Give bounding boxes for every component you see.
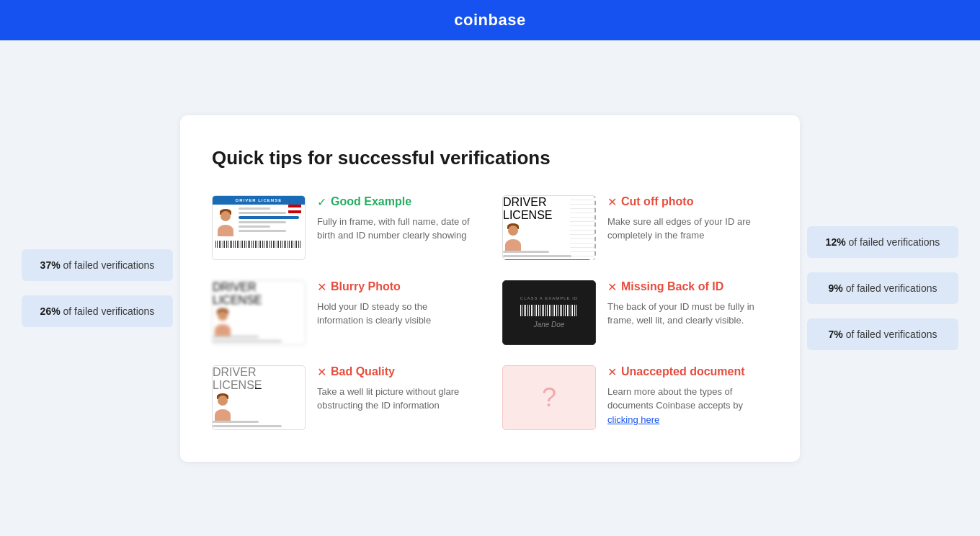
left-stat-1-label: of failed verifications	[63, 259, 155, 271]
right-stat-3-label: of failed verifications	[846, 329, 937, 340]
tip-title-text-back: Missing Back of ID	[621, 280, 723, 293]
coinbase-logo: coinbase	[454, 11, 525, 30]
x-icon-bad: ✕	[317, 365, 326, 379]
tip-desc-cutoff: Make sure all edges of your ID are compl…	[607, 215, 764, 243]
right-stat-2: 9% of failed verifications	[807, 272, 958, 304]
main-card: Quick tips for successful verifications …	[180, 115, 800, 462]
tip-title-text-bad: Bad Quality	[331, 365, 395, 378]
right-stat-2-percent: 9%	[829, 282, 843, 294]
right-stats: 12% of failed verifications 9% of failed…	[807, 226, 958, 350]
tip-content-back: ✕ Missing Back of ID The back of your ID…	[607, 280, 764, 328]
tip-bad-quality: DRIVER LICENSE	[212, 365, 473, 430]
tip-content-good: ✓ Good Example Fully in frame, with full…	[317, 195, 473, 243]
right-stat-1: 12% of failed verifications	[807, 226, 958, 258]
question-mark-icon: ?	[542, 383, 556, 413]
id-mockup-back: Class A Example ID Jane Doe	[502, 280, 596, 345]
tip-title-cutoff: ✕ Cut off photo	[607, 195, 764, 209]
tip-missing-back: Class A Example ID Jane Doe ✕ Missing Ba…	[502, 280, 764, 345]
left-stat-1: 37% of failed verifications	[22, 249, 173, 281]
tip-content-cutoff: ✕ Cut off photo Make sure all edges of y…	[607, 195, 764, 243]
id-mockup-unknown: ?	[502, 365, 596, 430]
id-mockup-cutoff: DRIVER LICENSE	[502, 195, 596, 260]
right-stat-1-label: of failed verifications	[849, 236, 940, 248]
id-mockup-good: DRIVER LICENSE	[212, 195, 306, 260]
tip-good-example: DRIVER LICENSE	[212, 195, 473, 260]
avatar-head-2	[508, 225, 518, 236]
tip-title-text-unaccepted: Unaccepted document	[621, 365, 745, 378]
left-stats: 37% of failed verifications 26% of faile…	[22, 249, 173, 327]
back-signature: Jane Doe	[534, 321, 565, 329]
right-stat-3-percent: 7%	[829, 329, 843, 340]
id-flag	[288, 205, 301, 213]
tip-cutoff: DRIVER LICENSE	[502, 195, 764, 260]
tip-title-text-blurry: Blurry Photo	[331, 280, 401, 293]
tip-title-good: ✓ Good Example	[317, 195, 473, 209]
tip-title-text-good: Good Example	[331, 195, 411, 208]
checkmark-icon: ✓	[317, 195, 326, 209]
tip-desc-back: The back of your ID must be fully in fra…	[607, 300, 764, 328]
header: coinbase	[0, 0, 980, 40]
tip-title-text-cutoff: Cut off photo	[621, 195, 693, 208]
x-icon-unaccepted: ✕	[607, 365, 617, 379]
back-barcode	[520, 305, 578, 316]
tip-unaccepted: ? ✕ Unaccepted document Learn more about…	[502, 365, 764, 430]
left-stat-2-percent: 26%	[40, 305, 61, 317]
page-body: 37% of failed verifications 26% of faile…	[0, 40, 980, 536]
tip-desc-unaccepted: Learn more about the types of documents …	[607, 385, 764, 427]
right-stat-3: 7% of failed verifications	[807, 318, 958, 350]
right-stat-2-label: of failed verifications	[846, 282, 937, 294]
back-label: Class A Example ID	[520, 296, 578, 300]
tip-title-back: ✕ Missing Back of ID	[607, 280, 764, 294]
tip-content-unaccepted: ✕ Unaccepted document Learn more about t…	[607, 365, 764, 427]
tip-content-blurry: ✕ Blurry Photo Hold your ID steady so th…	[317, 280, 473, 328]
tip-desc-bad: Take a well lit picture without glare ob…	[317, 385, 473, 413]
tip-title-blurry: ✕ Blurry Photo	[317, 280, 473, 294]
avatar-body-3	[215, 324, 231, 336]
clicking-here-link[interactable]: clicking here	[607, 414, 659, 425]
left-stat-1-percent: 37%	[40, 259, 61, 271]
right-stat-1-percent: 12%	[826, 236, 846, 248]
x-icon-cutoff: ✕	[607, 195, 617, 209]
id-mockup-blurry: DRIVER LICENSE	[212, 280, 306, 345]
avatar-body	[218, 225, 233, 236]
avatar-body-2	[505, 239, 521, 251]
avatar-body-5	[215, 409, 231, 421]
avatar-head-3	[218, 311, 228, 321]
tip-content-bad: ✕ Bad Quality Take a well lit picture wi…	[317, 365, 473, 413]
avatar-head	[220, 211, 231, 221]
tip-desc-blurry: Hold your ID steady so the information i…	[317, 300, 473, 328]
tip-title-unaccepted: ✕ Unaccepted document	[607, 365, 764, 379]
left-stat-2: 26% of failed verifications	[22, 295, 173, 327]
tip-title-bad: ✕ Bad Quality	[317, 365, 473, 379]
tip-desc-good: Fully in frame, with full name, date of …	[317, 215, 473, 243]
id-barcode	[215, 241, 302, 248]
left-stat-2-label: of failed verifications	[63, 305, 155, 317]
page-title: Quick tips for successful verifications	[212, 147, 764, 169]
tips-grid: DRIVER LICENSE	[212, 195, 764, 430]
x-icon-blurry: ✕	[317, 280, 326, 294]
avatar-head-5	[218, 396, 228, 406]
id-mockup-bad: DRIVER LICENSE	[212, 365, 306, 430]
x-icon-back: ✕	[607, 280, 617, 294]
tip-blurry: DRIVER LICENSE	[212, 280, 473, 345]
